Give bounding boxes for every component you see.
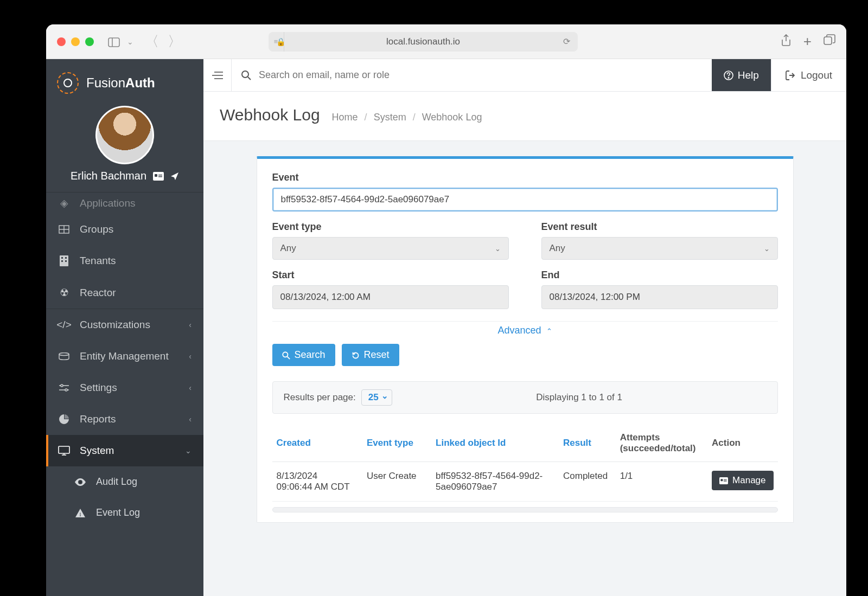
sidebar-item-event-log[interactable]: Event Log	[46, 497, 203, 528]
chevron-down-icon[interactable]: ⌄	[123, 37, 137, 46]
location-icon[interactable]	[170, 170, 179, 182]
svg-rect-6	[158, 176, 162, 177]
col-result[interactable]: Result	[559, 426, 616, 462]
col-created[interactable]: Created	[272, 426, 362, 462]
sidebar-item-system[interactable]: System ⌄	[46, 435, 203, 466]
sidebar-item-label: Groups	[80, 223, 113, 235]
results-count: Displaying 1 to 1 of 1	[536, 392, 622, 403]
sidebar-item-settings[interactable]: Settings ‹	[46, 372, 203, 403]
event-type-select[interactable]: Any ⌄	[272, 237, 509, 260]
sidebar-item-label: System	[80, 445, 114, 457]
help-button[interactable]: Help	[712, 59, 771, 91]
svg-point-23	[79, 481, 81, 483]
sidebar-item-entity-management[interactable]: Entity Management ‹	[46, 341, 203, 372]
sidebar-item-audit-log[interactable]: Audit Log	[46, 466, 203, 497]
cell-event-type: User Create	[362, 462, 431, 502]
code-icon: </>	[58, 319, 70, 331]
forward-icon[interactable]: 〉	[168, 32, 182, 51]
sidebar-item-label: Reports	[80, 413, 116, 425]
page-header: Webhook Log Home / System / Webhook Log	[203, 92, 846, 141]
breadcrumb-item[interactable]: Home	[332, 112, 358, 123]
end-datetime-input[interactable]: 08/13/2024, 12:00 PM	[541, 285, 778, 309]
settings-icon	[58, 384, 70, 392]
chevron-down-icon: ⌄	[185, 446, 192, 455]
search-input[interactable]	[259, 69, 702, 81]
svg-rect-2	[824, 37, 832, 44]
col-linked[interactable]: Linked object Id	[431, 426, 559, 462]
reset-button[interactable]: Reset	[342, 344, 399, 366]
sidebar-item-label: Tenants	[80, 255, 116, 267]
start-datetime-input[interactable]: 08/13/2024, 12:00 AM	[272, 285, 509, 309]
back-icon[interactable]: 〈	[145, 32, 159, 51]
col-action: Action	[707, 426, 777, 462]
topbar: Help Logout	[203, 59, 846, 92]
sidebar-item-tenants[interactable]: Tenants	[46, 245, 203, 277]
refresh-icon[interactable]: ⟳	[563, 36, 570, 47]
svg-line-32	[287, 356, 290, 359]
horizontal-scrollbar[interactable]	[272, 507, 778, 512]
tenants-icon	[58, 255, 70, 266]
new-tab-icon[interactable]: +	[803, 33, 812, 50]
lock-icon: 🔒	[276, 37, 285, 46]
sidebar-item-label: Entity Management	[80, 350, 169, 362]
search-button[interactable]: Search	[272, 344, 335, 366]
logout-icon	[786, 69, 795, 81]
brand-logo[interactable]: FusionAuth	[46, 59, 203, 101]
cell-linked: bff59532-8f57-4564-99d2- 5ae096079ae7	[431, 462, 559, 502]
breadcrumb-item[interactable]: System	[374, 112, 406, 123]
id-card-icon[interactable]	[153, 170, 164, 182]
reports-icon	[58, 414, 70, 424]
logout-button[interactable]: Logout	[771, 59, 846, 91]
chevron-left-icon: ‹	[189, 415, 192, 424]
breadcrumb-item[interactable]: Webhook Log	[422, 112, 482, 123]
sidebar-item-applications[interactable]: ◈ Applications	[46, 193, 203, 214]
breadcrumb: Home / System / Webhook Log	[332, 112, 482, 123]
col-attempts: Attempts (succeeded/total)	[616, 426, 707, 462]
svg-rect-13	[61, 260, 63, 262]
cell-created: 8/13/2024 09:06:44 AM CDT	[272, 462, 362, 502]
svg-rect-20	[59, 446, 69, 453]
sidebar-toggle-icon[interactable]	[107, 35, 121, 48]
event-input[interactable]	[272, 188, 778, 212]
browser-chrome: ⌄ 〈 〉 ≡ 🔒 local.fusionauth.io ⟳ +	[46, 24, 846, 59]
maximize-window-icon[interactable]	[85, 37, 94, 46]
user-name: Erlich Bachman	[71, 170, 146, 182]
sidebar-item-label: Reactor	[80, 287, 116, 299]
reactor-icon: ☢	[58, 286, 70, 299]
sidebar-item-label: Audit Log	[96, 476, 137, 488]
logo-mark-icon	[57, 72, 79, 94]
address-bar[interactable]: ≡ 🔒 local.fusionauth.io ⟳	[269, 32, 578, 52]
results-per-page-label: Results per page:	[284, 392, 356, 403]
share-icon[interactable]	[781, 33, 792, 50]
event-result-label: Event result	[541, 221, 778, 233]
manage-button[interactable]: Manage	[712, 471, 773, 490]
minimize-window-icon[interactable]	[71, 37, 80, 46]
brand-name: FusionAuth	[86, 75, 155, 91]
svg-rect-35	[724, 479, 727, 480]
svg-point-18	[61, 384, 63, 387]
entity-icon	[58, 353, 70, 360]
col-event-type[interactable]: Event type	[362, 426, 431, 462]
table-row: 8/13/2024 09:06:44 AM CDT User Create bf…	[272, 462, 778, 502]
id-card-icon	[719, 475, 728, 486]
tabs-icon[interactable]	[824, 33, 835, 50]
svg-rect-4	[155, 174, 157, 177]
event-result-select[interactable]: Any ⌄	[541, 237, 778, 260]
svg-rect-12	[65, 257, 67, 259]
svg-point-27	[242, 71, 248, 78]
close-window-icon[interactable]	[57, 37, 66, 46]
sidebar-item-reports[interactable]: Reports ‹	[46, 403, 203, 435]
svg-point-19	[65, 389, 67, 391]
sidebar-item-customizations[interactable]: </> Customizations ‹	[46, 309, 203, 341]
per-page-select[interactable]: 25	[361, 389, 392, 406]
collapse-sidebar-icon[interactable]	[203, 59, 232, 91]
filter-card: Event Event type Any ⌄ Event result	[257, 156, 794, 523]
svg-rect-5	[158, 175, 162, 176]
svg-rect-14	[65, 260, 67, 262]
avatar[interactable]	[95, 106, 154, 164]
advanced-toggle[interactable]: Advanced ⌃	[272, 321, 778, 344]
sidebar-item-reactor[interactable]: ☢ Reactor	[46, 277, 203, 309]
search-icon	[282, 349, 290, 361]
sidebar-item-groups[interactable]: Groups	[46, 214, 203, 245]
applications-icon: ◈	[58, 197, 70, 209]
